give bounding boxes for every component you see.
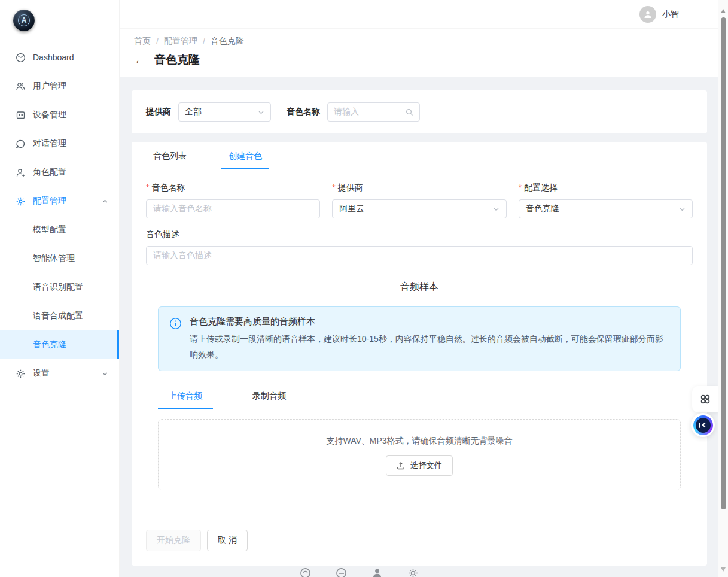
field-label-text: 提供商 [338, 183, 363, 193]
form-actions: 开始克隆 取 消 [146, 530, 693, 551]
sidebar-item-label: Dashboard [33, 53, 74, 62]
footer-circle-icon-2[interactable] [336, 567, 347, 577]
cancel-button[interactable]: 取 消 [207, 530, 248, 551]
voice-clone-card: 音色列表 创建音色 * 音色名称 请输入音色名称 [132, 142, 707, 566]
audio-subtab-bar: 上传音频 录制音频 [158, 383, 681, 409]
main-column: 小智 首页 / 配置管理 / 音色克隆 ← 音色克隆 提供商 全部 [120, 0, 718, 577]
description-field: 音色描述 请输入音色描述 [146, 229, 693, 265]
alert-title: 音色克隆需要高质量的音频样本 [190, 316, 669, 327]
alert-content: 音色克隆需要高质量的音频样本 请上传或录制一段清晰的语音样本，建议时长10-15… [190, 316, 669, 363]
chevron-down-icon [679, 206, 686, 212]
divider-line [449, 287, 693, 287]
audio-sample-section: 音色克隆需要高质量的音频样本 请上传或录制一段清晰的语音样本，建议时长10-15… [158, 306, 681, 490]
description-input[interactable]: 请输入音色描述 [146, 246, 693, 265]
chevron-down-icon [258, 109, 264, 116]
chevron-up-icon [102, 198, 108, 205]
subtab-upload-audio[interactable]: 上传音频 [158, 383, 213, 409]
robot-eye-left [699, 423, 701, 428]
field-label-text: 配置选择 [524, 183, 558, 193]
sidebar-subitem-tts-config[interactable]: 语音合成配置 [0, 302, 119, 330]
gear-icon [16, 196, 26, 206]
divider-line [146, 287, 389, 287]
voice-name-filter-label: 音色名称 [287, 107, 320, 117]
app-logo[interactable]: A [0, 0, 119, 38]
search-icon [406, 108, 413, 116]
description-label: 音色描述 [146, 229, 693, 240]
apps-launcher-button[interactable] [692, 386, 718, 412]
footer-person-icon[interactable] [371, 567, 383, 577]
required-marker: * [146, 183, 149, 193]
divider-title: 音频样本 [389, 281, 449, 293]
sidebar-item-label: 设置 [33, 368, 50, 379]
breadcrumb: 首页 / 配置管理 / 音色克隆 [134, 36, 704, 47]
provider-value: 阿里云 [339, 204, 364, 214]
subtab-record-audio[interactable]: 录制音频 [242, 383, 297, 409]
sidebar-item-config-management[interactable]: 配置管理 [0, 187, 119, 215]
breadcrumb-separator: / [156, 37, 159, 46]
sidebar-item-dialogue-management[interactable]: 对话管理 [0, 129, 119, 158]
breadcrumb-home[interactable]: 首页 [134, 36, 151, 47]
info-icon [169, 317, 182, 363]
upload-dropzone[interactable]: 支持WAV、MP3格式，请确保音频清晰无背景噪音 选择文件 [158, 419, 681, 490]
sidebar-item-device-management[interactable]: 设备管理 [0, 101, 119, 129]
person-plus-icon [16, 168, 26, 178]
scrollbar-down-arrow[interactable] [721, 567, 726, 572]
robot-face-icon [696, 418, 711, 433]
sidebar-subitem-model-config[interactable]: 模型配置 [0, 215, 119, 244]
logo-letter: A [18, 14, 30, 26]
sidebar-subitem-label: 智能体管理 [33, 253, 75, 264]
scrollbar-up-arrow[interactable] [721, 9, 726, 13]
sidebar-item-label: 用户管理 [33, 81, 66, 92]
sidebar-item-settings[interactable]: 设置 [0, 359, 119, 388]
voice-name-search-input[interactable]: 请输入 [327, 102, 420, 122]
upload-hint: 支持WAV、MP3格式，请确保音频清晰无背景噪音 [159, 436, 680, 447]
scrollbar-thumb[interactable] [721, 17, 726, 509]
footer-circle-icon-1[interactable] [300, 567, 311, 577]
voice-name-input[interactable]: 请输入音色名称 [146, 199, 320, 218]
device-icon [16, 110, 26, 120]
sidebar-item-user-management[interactable]: 用户管理 [0, 72, 119, 101]
page-title: 音色克隆 [154, 52, 200, 68]
back-arrow-icon[interactable]: ← [134, 54, 145, 66]
top-bar: 小智 [120, 0, 718, 29]
choose-file-button[interactable]: 选择文件 [386, 455, 453, 476]
breadcrumb-current: 音色克隆 [211, 36, 244, 47]
field-label-text: 音色描述 [146, 229, 179, 240]
sidebar-subitem-label: 语音识别配置 [33, 282, 83, 293]
username[interactable]: 小智 [662, 9, 679, 20]
sidebar-subitem-asr-config[interactable]: 语音识别配置 [0, 273, 119, 302]
provider-filter-value: 全部 [185, 107, 202, 117]
provider-filter-select[interactable]: 全部 [178, 102, 271, 122]
dashboard-gauge-icon [16, 53, 26, 63]
tab-voice-list[interactable]: 音色列表 [146, 142, 194, 169]
required-marker: * [519, 183, 522, 193]
voice-name-placeholder: 请输入音色名称 [153, 204, 212, 214]
info-alert: 音色克隆需要高质量的音频样本 请上传或录制一段清晰的语音样本，建议时长10-15… [158, 306, 681, 371]
settings-gear-icon [16, 369, 26, 379]
audio-sample-divider: 音频样本 [146, 281, 693, 293]
sidebar-item-dashboard[interactable]: Dashboard [0, 43, 119, 72]
sidebar-subitem-voice-clone[interactable]: 音色克隆 [0, 330, 119, 359]
user-avatar[interactable] [639, 6, 656, 23]
sidebar-subitem-agent-management[interactable]: 智能体管理 [0, 244, 119, 273]
create-voice-form: * 音色名称 请输入音色名称 * 提供商 阿里云 [146, 183, 693, 218]
start-clone-button[interactable]: 开始克隆 [146, 530, 201, 551]
sidebar-subitem-label: 语音合成配置 [33, 311, 83, 321]
chevron-down-icon [493, 206, 499, 212]
config-select[interactable]: 音色克隆 [519, 199, 693, 218]
tab-create-voice[interactable]: 创建音色 [221, 142, 269, 169]
filter-card: 提供商 全部 音色名称 请输入 [132, 90, 707, 133]
sidebar-subitem-label: 音色克隆 [33, 339, 66, 350]
breadcrumb-config-management[interactable]: 配置管理 [164, 36, 197, 47]
sidebar-item-role-config[interactable]: 角色配置 [0, 158, 119, 187]
chevron-down-icon [102, 371, 108, 377]
vertical-scrollbar[interactable] [718, 0, 728, 577]
content-area: 提供商 全部 音色名称 请输入 音色列表 [120, 77, 718, 577]
voice-name-label: * 音色名称 [146, 183, 320, 193]
footer-gear-icon[interactable] [407, 567, 419, 577]
provider-select[interactable]: 阿里云 [332, 199, 506, 218]
voice-name-field: * 音色名称 请输入音色名称 [146, 183, 320, 218]
required-marker: * [332, 183, 335, 193]
assistant-robot-button[interactable] [691, 413, 715, 437]
robot-eye-right [702, 423, 707, 427]
